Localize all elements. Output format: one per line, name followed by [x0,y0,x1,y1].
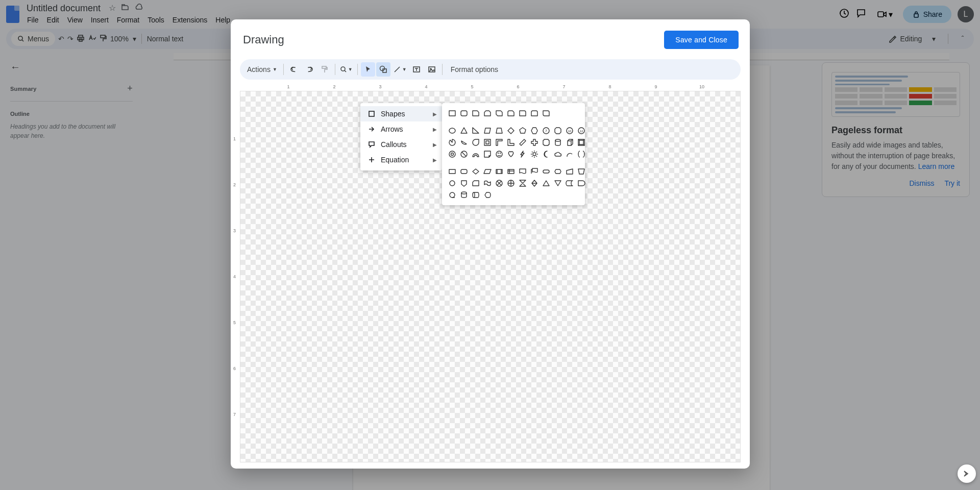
shape-snip-same[interactable] [482,108,493,118]
shape-sun[interactable] [529,149,540,159]
shape-flow-connector[interactable] [447,178,457,188]
menu-callouts-label: Callouts [381,140,407,149]
shape-flow-merge[interactable] [553,178,563,188]
shape-snip-round[interactable] [506,108,516,118]
shape-right-triangle[interactable] [471,126,481,136]
shape-hexagon[interactable] [529,126,540,136]
redo-button[interactable] [302,62,316,77]
shape-flow-manual-input[interactable] [565,166,575,177]
svg-rect-17 [461,111,467,116]
shape-flow-direct-storage[interactable] [471,190,481,200]
zoom-dropdown[interactable]: ▼ [338,62,354,77]
textbox-tool-button[interactable] [409,62,424,77]
shape-teardrop[interactable] [471,137,481,148]
shape-no-symbol[interactable] [459,149,469,159]
shape-flow-multidoc[interactable] [529,166,540,177]
shape-flow-prep[interactable] [553,166,563,177]
menu-equation[interactable]: Equation ▶ [360,152,442,167]
shape-flow-alt[interactable] [459,166,469,177]
svg-point-9 [341,67,345,71]
shape-l-shape[interactable] [506,137,516,148]
svg-rect-38 [461,169,467,174]
shape-flow-manual-op[interactable] [576,166,586,177]
shape-cube[interactable] [565,137,575,148]
shape-flow-tape[interactable] [482,178,493,188]
shape-smiley[interactable] [494,149,504,159]
vertical-ruler[interactable]: 1 2 3 4 5 6 7 [232,83,240,462]
shape-flow-extract[interactable] [541,178,551,188]
shape-heptagon[interactable]: 7 [541,126,551,136]
shape-moon[interactable] [541,149,551,159]
shape-parallelogram[interactable] [482,126,493,136]
shape-flow-collate[interactable] [518,178,528,188]
shape-round-single[interactable] [518,108,528,118]
horizontal-ruler[interactable]: 1 2 3 4 5 6 7 8 9 10 [240,83,741,91]
shape-cloud[interactable] [553,149,563,159]
shape-flow-card[interactable] [471,178,481,188]
shape-bevel[interactable] [576,137,586,148]
shape-plaque[interactable] [541,137,551,148]
shape-donut[interactable] [447,149,457,159]
image-tool-button[interactable] [425,62,439,77]
shape-chord[interactable] [459,137,469,148]
shape-flow-predef[interactable] [494,166,504,177]
shape-flow-delay[interactable] [576,178,586,188]
line-tool-button[interactable]: ▼ [391,62,408,77]
shape-pie[interactable] [447,137,457,148]
shape-frame[interactable] [482,137,493,148]
shape-snip-single[interactable] [471,108,481,118]
save-and-close-button[interactable]: Save and Close [664,31,739,49]
shape-round-same[interactable] [529,108,540,118]
shape-ellipse[interactable] [447,126,457,136]
shape-tool-button[interactable] [376,62,390,77]
shape-diamond[interactable] [506,126,516,136]
shape-flow-stored[interactable] [565,178,575,188]
undo-button[interactable] [287,62,301,77]
shape-lightning[interactable] [518,149,528,159]
shape-octagon[interactable] [553,126,563,136]
svg-rect-26 [486,141,489,144]
shape-cross[interactable] [529,137,540,148]
shape-diag-stripe[interactable] [518,137,528,148]
shape-arc[interactable] [565,149,575,159]
shape-can[interactable] [553,137,563,148]
shape-heart[interactable] [506,149,516,159]
select-tool-button[interactable] [361,62,375,77]
shape-flow-or[interactable] [506,178,516,188]
shape-dodecagon[interactable]: 12 [576,126,586,136]
shape-flow-display[interactable] [482,190,493,200]
shape-triangle[interactable] [459,126,469,136]
menu-arrows[interactable]: Arrows ▶ [360,121,442,137]
shape-flow-data[interactable] [482,166,493,177]
explore-fab[interactable] [958,464,976,483]
shape-flow-decision[interactable] [471,166,481,177]
shape-rounded-rect[interactable] [459,108,469,118]
shape-bracket-pair[interactable] [576,149,586,159]
shape-half-frame[interactable] [494,137,504,148]
svg-point-31 [451,153,454,156]
shape-flow-sort[interactable] [529,178,540,188]
shape-rectangle[interactable] [447,108,457,118]
shape-flow-internal[interactable] [506,166,516,177]
shape-flow-offpage[interactable] [459,178,469,188]
shape-snip-diag[interactable] [494,108,504,118]
shape-folded-corner[interactable] [482,149,493,159]
menu-shapes[interactable]: Shapes ▶ [360,106,442,121]
shape-round-diag[interactable] [541,108,551,118]
paint-format-button[interactable] [317,62,332,77]
format-options-button[interactable]: Format options [446,62,503,77]
shape-flow-mag-disk[interactable] [459,190,469,200]
shape-flow-process[interactable] [447,166,457,177]
shape-block-arc[interactable] [471,149,481,159]
menu-callouts[interactable]: Callouts ▶ [360,137,442,152]
shape-pentagon[interactable] [518,126,528,136]
shape-flow-sum[interactable] [494,178,504,188]
shape-flow-seq-storage[interactable] [447,190,457,200]
shape-trapezoid[interactable] [494,126,504,136]
arrows-icon [368,125,376,133]
shape-flow-doc[interactable] [518,166,528,177]
actions-dropdown[interactable]: Actions▼ [244,62,280,77]
shape-decagon[interactable]: 10 [565,126,575,136]
submenu-arrow-icon: ▶ [433,142,437,148]
shape-flow-terminator[interactable] [541,166,551,177]
